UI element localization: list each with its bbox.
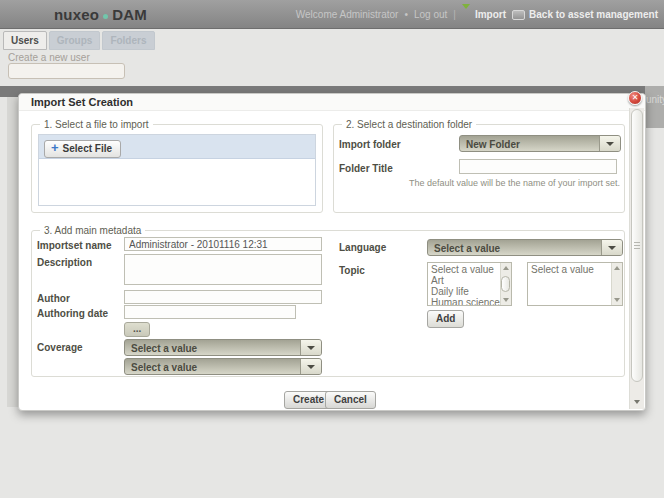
authoring-date-label: Authoring date [37,308,108,319]
import-folder-select[interactable]: New Folder [459,135,621,152]
screen-icon [512,10,525,20]
top-bar: nuxeo DAM Welcome Administrator • Log ou… [0,0,664,29]
scrollbar-grip-icon [634,242,640,249]
coverage-label: Coverage [37,342,83,353]
background-text-fragment: unity [645,86,664,128]
language-value: Select a value [428,240,601,255]
listbox-scrollbar[interactable] [500,263,511,305]
background-edge-strip [7,97,18,407]
welcome-text: Welcome Administrator [296,9,399,20]
folder-title-hint: The default value will be the name of yo… [374,178,620,188]
import-folder-label: Import folder [339,139,401,150]
tab-groups[interactable]: Groups [49,31,101,50]
main-metadata-section: 3. Add main metadata Importset name Desc… [31,230,625,377]
chevron-down-icon [601,240,622,255]
chevron-down-icon [300,340,321,355]
top-bar-actions: Welcome Administrator • Log out | Import… [296,0,658,29]
topic-selected-listbox[interactable]: Select a value [527,262,623,306]
cancel-button[interactable]: Cancel [325,391,376,409]
folder-title-label: Folder Title [339,163,393,174]
back-link-label: Back to asset management [529,9,658,20]
author-label: Author [37,293,70,304]
create-new-user-link[interactable]: Create a new user [8,52,90,63]
scroll-up-arrow-icon[interactable] [503,266,509,270]
scroll-up-arrow-icon[interactable] [614,266,620,270]
coverage-value-1: Select a value [125,340,300,355]
tab-folders[interactable]: Folders [102,31,154,50]
language-label: Language [339,242,386,253]
coverage-select-2[interactable]: Select a value [124,358,322,375]
author-input[interactable] [124,290,322,304]
topic-label: Topic [339,265,365,276]
date-picker-button[interactable]: ... [124,322,150,337]
topic-selected-option[interactable]: Select a value [531,264,608,275]
bullet-separator: • [404,9,408,20]
add-topic-button[interactable]: Add [427,310,464,328]
folder-title-input[interactable] [459,159,617,174]
listbox-scrollbar[interactable] [611,263,622,305]
back-to-asset-management-link[interactable]: Back to asset management [512,9,658,20]
import-link[interactable]: Import [462,9,506,20]
importset-name-input[interactable] [124,237,322,251]
topic-option[interactable]: Select a value [431,264,497,275]
topic-option[interactable]: Human science [431,297,497,305]
screen: nuxeo DAM Welcome Administrator • Log ou… [0,0,664,498]
coverage-value-2: Select a value [125,359,300,374]
section-3-legend: 3. Add main metadata [40,225,145,236]
plus-icon [51,143,59,154]
brand-dot-icon [103,14,108,19]
file-upload-area: Select File [38,134,316,206]
topic-option[interactable]: Art [431,275,497,286]
dialog-scrollbar[interactable] [629,108,644,409]
topic-option[interactable]: Daily life [431,286,497,297]
import-down-arrow-icon [462,9,471,20]
listbox-scroll-thumb[interactable] [501,276,510,292]
authoring-date-input[interactable] [124,305,296,319]
logout-link[interactable]: Log out [414,9,447,20]
section-2-legend: 2. Select a destination folder [342,119,476,130]
description-textarea[interactable] [124,254,322,285]
product-text: DAM [112,6,147,23]
user-search-input[interactable] [8,63,125,79]
import-set-creation-dialog: Import Set Creation 1. Select a file to … [18,93,646,411]
import-link-label: Import [475,9,506,20]
topic-options-listbox[interactable]: Select a value Art Daily life Human scie… [427,262,512,306]
scroll-down-arrow-icon[interactable] [614,298,620,302]
dialog-title: Import Set Creation [19,94,645,111]
tab-users[interactable]: Users [3,31,47,50]
select-file-label: Select File [63,143,112,154]
description-label: Description [37,257,92,268]
scrollbar-down-arrow-icon[interactable] [631,395,643,408]
coverage-select-1[interactable]: Select a value [124,339,322,356]
language-select[interactable]: Select a value [427,239,623,256]
chevron-down-icon [599,136,620,151]
scroll-down-arrow-icon[interactable] [503,298,509,302]
close-icon[interactable] [628,91,642,105]
destination-folder-section: 2. Select a destination folder Import fo… [333,124,625,213]
pipe-separator: | [453,9,456,20]
nuxeo-dam-logo: nuxeo DAM [54,6,147,23]
chevron-down-icon [300,359,321,374]
scrollbar-thumb[interactable] [631,109,643,382]
file-import-section: 1. Select a file to import Select File [31,124,323,213]
import-folder-value: New Folder [460,136,599,151]
admin-tab-bar: Users Groups Folders [3,31,155,50]
select-file-button[interactable]: Select File [44,140,121,158]
importset-name-label: Importset name [37,240,111,251]
brand-text: nuxeo [54,6,99,23]
upload-toolbar: Select File [39,135,315,159]
section-1-legend: 1. Select a file to import [40,119,153,130]
